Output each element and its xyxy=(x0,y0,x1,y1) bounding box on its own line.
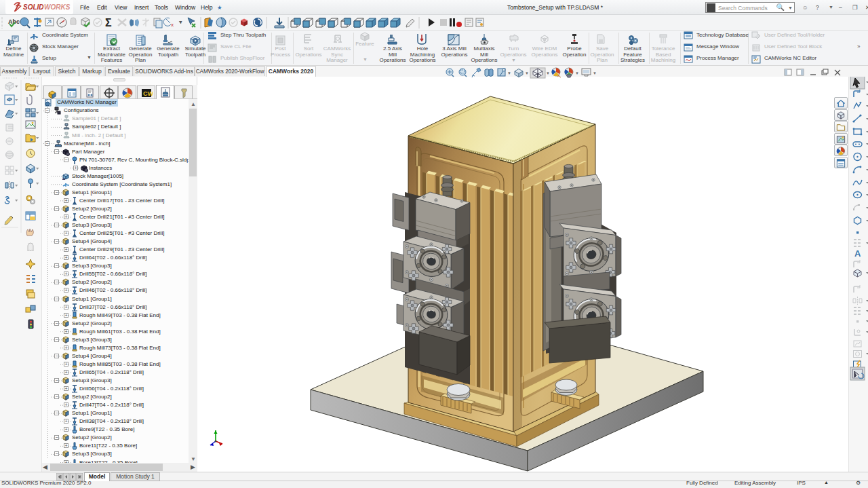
svg-text:WORKS: WORKS xyxy=(44,3,71,11)
svg-text:▼: ▼ xyxy=(593,71,597,75)
svg-text:▼: ▼ xyxy=(525,71,529,75)
svg-text:CW: CW xyxy=(143,90,153,97)
svg-text:▼: ▼ xyxy=(575,71,579,75)
svg-text:▼: ▼ xyxy=(507,71,511,75)
svg-text:SOLID: SOLID xyxy=(23,3,44,11)
svg-text:x: x xyxy=(171,22,174,28)
svg-text:A: A xyxy=(854,248,861,259)
svg-text:▼: ▼ xyxy=(546,71,550,75)
svg-text:▼: ▼ xyxy=(178,20,183,24)
svg-text:Σ: Σ xyxy=(105,17,112,29)
